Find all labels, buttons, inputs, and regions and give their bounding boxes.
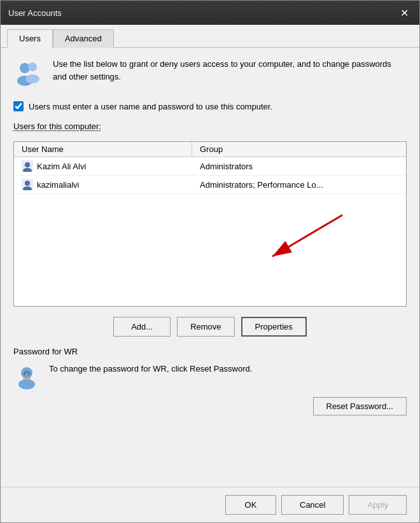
cancel-button[interactable]: Cancel [281,495,344,515]
svg-point-2 [28,62,37,71]
remove-button[interactable]: Remove [177,317,234,337]
svg-point-3 [25,74,39,83]
table-row[interactable]: kazimalialvi Administrators; Performance… [14,176,406,194]
col-group: Group [192,142,406,157]
user-group-cell: Administrators; Performance Lo... [192,177,406,193]
user-name-cell: Kazim Ali Alvi [14,157,192,175]
svg-rect-14 [23,375,31,382]
user-row-icon [22,160,33,172]
svg-line-11 [272,215,342,256]
table-buttons: Add... Remove Properties [13,317,407,337]
ok-button[interactable]: OK [225,495,276,515]
info-section: Use the list below to grant or deny user… [13,58,407,88]
content-area: Use the list below to grant or deny user… [1,48,419,487]
users-section: Users for this computer: [13,122,407,134]
password-section: Password for WR To change the password f… [13,347,407,415]
window-title: User Accounts [8,8,62,18]
dialog-window: User Accounts ✕ Users Advanced Use the l [0,0,420,523]
checkbox-label[interactable]: Users must enter a user name and passwor… [29,102,272,111]
tab-bar: Users Advanced [1,25,419,48]
must-enter-password-checkbox[interactable] [13,101,24,111]
users-group-icon [13,58,44,88]
password-icon [13,363,40,389]
users-section-title: Users for this computer: [13,122,407,131]
table-row[interactable]: Kazim Ali Alvi Administrators [14,157,406,176]
password-body: To change the password for WR, click Res… [13,363,407,389]
dialog-footer: OK Cancel Apply [1,487,419,522]
user-name-cell: kazimalialvi [14,176,192,193]
tab-advanced[interactable]: Advanced [53,29,114,48]
title-bar: User Accounts ✕ [1,1,419,25]
arrow-annotation [241,209,355,268]
add-button[interactable]: Add... [113,317,171,337]
properties-button[interactable]: Properties [241,317,307,337]
info-text: Use the list below to grant or deny user… [53,58,407,83]
password-section-title: Password for WR [13,347,407,356]
password-text: To change the password for WR, click Res… [49,363,407,375]
table-header: User Name Group [14,142,406,157]
password-btn-row: Reset Password... [13,397,407,415]
checkbox-row: Users must enter a user name and passwor… [13,101,407,111]
col-username: User Name [14,142,192,157]
user-group-cell: Administrators [192,158,406,174]
user-row-icon [22,179,33,190]
tab-users[interactable]: Users [7,29,53,48]
reset-password-button[interactable]: Reset Password... [313,397,407,415]
users-table: User Name Group Kazim Ali Alvi Administr… [13,141,407,307]
svg-point-8 [25,181,30,186]
close-button[interactable]: ✕ [396,5,412,20]
svg-point-5 [25,162,30,167]
apply-button[interactable]: Apply [349,495,407,515]
